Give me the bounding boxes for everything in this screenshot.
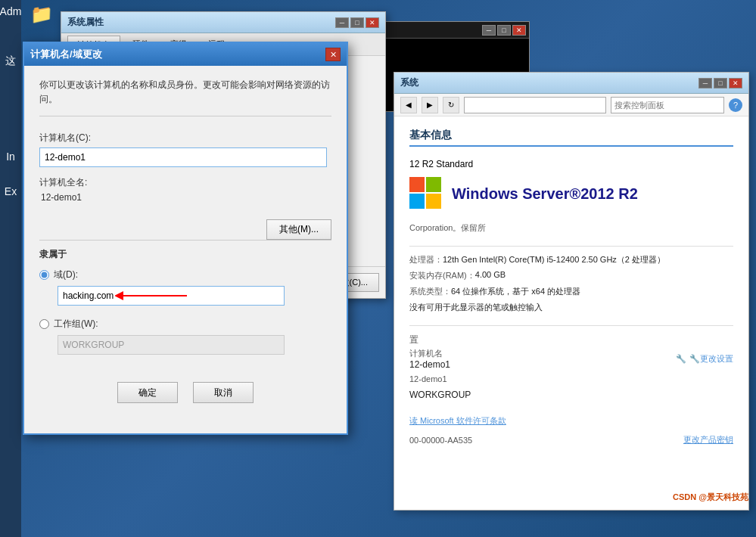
taskbar-icon-this[interactable]: 这 [2, 53, 19, 70]
svg-rect-5 [426, 194, 441, 209]
svg-rect-4 [409, 194, 425, 209]
sys-close-btn[interactable]: ✕ [729, 78, 742, 88]
terminal-close-btn[interactable]: ✕ [512, 25, 526, 36]
sys-comp-name-val: 12-demo1 [409, 359, 450, 370]
sys-computer-name-row: 计算机名 12-demo1 🔧 🔧更改设置 [409, 348, 733, 370]
sys-maximize-btn[interactable]: □ [714, 78, 727, 88]
sys-os-edition: 12 R2 Standard [409, 159, 733, 169]
cn-full-name-value: 12-demo1 [39, 192, 331, 203]
sys-nav-refresh[interactable]: ↻ [443, 97, 459, 113]
sys-nav-back[interactable]: ◀ [400, 97, 417, 113]
sys-toolbar: ◀ ▶ ↻ ? [394, 94, 748, 116]
sys-ram-row: 安装内存(RAM)： 4.00 GB [409, 270, 733, 281]
cn-title: 计算机名/域更改 [30, 48, 102, 61]
domain-arrow-indicator [115, 287, 191, 304]
sys-productid: 00-00000-AA535 [409, 436, 472, 445]
sys-address-bar[interactable] [464, 97, 606, 113]
taskbar-icon-adm[interactable]: Adm [2, 3, 19, 20]
computer-name-dialog: 计算机名/域更改 ✕ 你可以更改该计算机的名称和成员身份。更改可能会影响对网络资… [23, 42, 348, 435]
sys-content: 基本信息 12 R2 Standard Windows Server®2012 … [394, 116, 748, 458]
sys-productid-area: 00-00000-AA535 更改产品密钥 [409, 434, 733, 445]
cn-bottom-buttons: 确定 取消 [39, 382, 331, 403]
cn-separator [39, 240, 331, 241]
sys-license-area: 读 Microsoft 软件许可条款 [409, 415, 733, 427]
cn-workgroup-row: 工作组(W): [39, 318, 331, 331]
sys-titlebar: 系统 ─ □ ✕ [394, 73, 748, 94]
sys-windows-logo-area: Windows Server®2012 R2 [409, 177, 733, 210]
sys-domain-name-val: 12-demo1 [409, 374, 733, 383]
sys-search-bar[interactable] [611, 97, 724, 113]
system-window: 系统 ─ □ ✕ ◀ ▶ ↻ ? 基本信息 12 R2 Standard [394, 72, 749, 511]
cn-workgroup-radio-label: 工作组(W): [54, 318, 98, 331]
sys-ms-corp: Corporation。保留所 [409, 222, 733, 234]
terminal-maximize-btn[interactable]: □ [497, 25, 511, 36]
sys-title: 系统 [400, 76, 418, 89]
terminal-window-controls: ─ □ ✕ [482, 25, 526, 36]
sys-props-titlebar: 系统属性 ─ □ ✕ [61, 12, 385, 33]
svg-rect-3 [426, 177, 441, 192]
sys-hw-section: 处理器： 12th Gen Intel(R) Core(TM) i5-12400… [409, 246, 733, 313]
sys-license-link[interactable]: 读 Microsoft 软件许可条款 [409, 416, 506, 425]
cn-domain-row: 域(D): [39, 268, 331, 281]
left-taskbar: Adm 这 In Ex [0, 0, 21, 537]
sys-props-controls: ─ □ ✕ [335, 17, 379, 28]
sys-minimize-btn[interactable]: ─ [698, 78, 712, 88]
sys-ostype-row: 系统类型： 64 位操作系统，基于 x64 的处理器 [409, 286, 733, 297]
desktop-folder-icon[interactable]: 📁 [26, 4, 57, 34]
cn-workgroup-radio[interactable] [39, 319, 49, 329]
sys-nav-forward[interactable]: ▶ [422, 97, 438, 113]
cn-confirm-btn[interactable]: 确定 [117, 382, 178, 403]
taskbar-icon-in[interactable]: In [2, 148, 19, 165]
sys-comp-section-label: 置 [409, 334, 733, 346]
sys-props-close-btn[interactable]: ✕ [366, 17, 379, 28]
cn-computer-name-input[interactable] [39, 147, 327, 167]
sys-change-settings-link[interactable]: 🔧 🔧更改设置 [676, 353, 733, 365]
cn-domain-radio[interactable] [39, 270, 49, 280]
sys-pen-row: 没有可用于此显示器的笔或触控输入 [409, 302, 733, 313]
gear-icon: 🔧 [676, 354, 686, 364]
cn-computer-name-label: 计算机名(C): [39, 132, 331, 144]
sys-cpu-row: 处理器： 12th Gen Intel(R) Core(TM) i5-12400… [409, 254, 733, 265]
cn-description: 你可以更改该计算机的名称和成员身份。更改可能会影响对网络资源的访问。 [39, 78, 331, 116]
svg-rect-2 [409, 177, 425, 192]
sys-computer-section: 置 计算机名 12-demo1 🔧 🔧更改设置 12-demo1 WORKGRO… [409, 325, 733, 400]
terminal-minimize-btn[interactable]: ─ [482, 25, 496, 36]
cn-other-btn[interactable]: 其他(M)... [266, 219, 331, 240]
cn-close-btn[interactable]: ✕ [325, 48, 341, 61]
sys-help-btn[interactable]: ? [729, 98, 742, 112]
windows-server-text: Windows Server®2012 R2 [452, 185, 638, 203]
sys-props-minimize-btn[interactable]: ─ [335, 17, 349, 28]
windows-logo-icon [409, 177, 443, 210]
sys-change-product-key-link[interactable]: 更改产品密钥 [683, 434, 733, 445]
desktop: Adm 这 In Ex 📁 xeaa5x12 ─ □ ✕ xeaa5x12 [0, 0, 756, 537]
taskbar-icon-ex[interactable]: Ex [2, 183, 19, 200]
sys-workgroup-val: WORKGROUP [409, 390, 733, 400]
cn-domain-input-container [39, 286, 331, 310]
cn-full-name-label: 计算机全名: [39, 176, 331, 189]
sys-window-controls: ─ □ ✕ [698, 78, 742, 88]
csdn-watermark: CSDN @景天科技苑 [673, 492, 748, 503]
sys-comp-name-label: 计算机名 [409, 348, 450, 359]
cn-body: 你可以更改该计算机的名称和成员身份。更改可能会影响对网络资源的访问。 计算机名(… [24, 66, 347, 415]
cn-titlebar: 计算机名/域更改 ✕ [24, 43, 347, 66]
sys-props-title: 系统属性 [67, 16, 104, 29]
sys-section-title: 基本信息 [409, 129, 733, 147]
sys-props-maximize-btn[interactable]: □ [350, 17, 364, 28]
cn-workgroup-input[interactable] [58, 335, 285, 355]
cn-domain-radio-label: 域(D): [54, 268, 78, 281]
cn-cancel-btn[interactable]: 取消 [193, 382, 254, 403]
cn-member-label: 隶属于 [39, 248, 331, 261]
